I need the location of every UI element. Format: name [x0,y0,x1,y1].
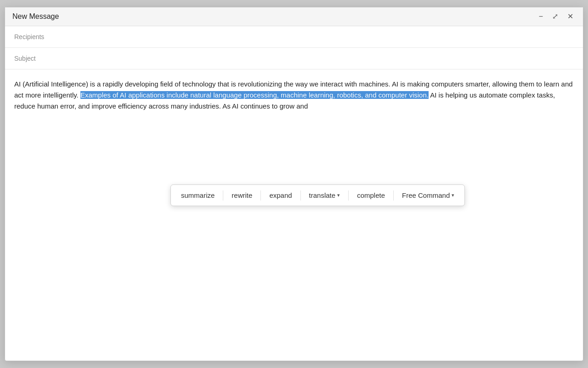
new-message-dialog: New Message − ⤢ ✕ Recipients Subject AI … [5,7,583,361]
dialog-titlebar: New Message − ⤢ ✕ [5,7,583,26]
recipients-row[interactable]: Recipients [5,26,583,48]
body-text-selected: Examples of AI applications include natu… [80,91,429,99]
translate-label: translate [309,191,336,199]
free-command-chevron-down-icon: ▾ [452,192,454,198]
minimize-button[interactable]: − [537,12,545,21]
rewrite-button[interactable]: rewrite [225,188,259,203]
titlebar-controls: − ⤢ ✕ [537,12,576,21]
free-command-label: Free Command [402,191,450,199]
close-button[interactable]: ✕ [565,12,576,21]
translate-button[interactable]: translate ▾ [303,188,347,203]
toolbar-divider-3 [300,190,301,201]
body-area[interactable]: AI (Artificial Intelligence) is a rapidl… [5,69,583,116]
toolbar-divider-5 [393,190,394,201]
dialog-title: New Message [12,12,59,21]
context-toolbar: summarize rewrite expand translate ▾ com… [170,184,465,206]
maximize-button[interactable]: ⤢ [550,12,560,21]
recipients-label: Recipients [14,33,44,40]
toolbar-divider-4 [348,190,349,201]
body-text[interactable]: AI (Artificial Intelligence) is a rapidl… [14,79,574,112]
translate-chevron-down-icon: ▾ [337,192,340,198]
toolbar-divider-2 [260,190,261,201]
expand-button[interactable]: expand [263,188,298,203]
summarize-button[interactable]: summarize [175,188,221,203]
subject-row[interactable]: Subject [5,48,583,69]
complete-button[interactable]: complete [351,188,391,203]
free-command-button[interactable]: Free Command ▾ [396,188,461,203]
subject-label: Subject [14,55,36,62]
toolbar-divider-1 [223,190,223,201]
